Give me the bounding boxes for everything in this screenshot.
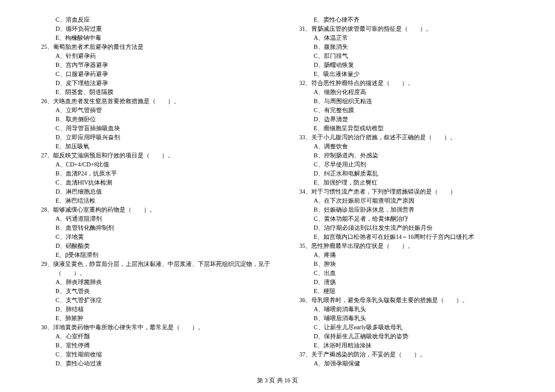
answer-option: B、肿块 <box>294 259 519 268</box>
answer-option: D、保持新生儿正确吸吮母乳的姿势 <box>294 332 519 341</box>
answer-option: C、尽早使用止泻剂 <box>294 160 519 169</box>
question-text: 31、胃肠减压管的拔管最可靠的指征是（ ）。 <box>294 24 519 33</box>
answer-option: E、如宫颈内口松弛者可在妊娠14～16周时行子宫内口缝扎术 <box>294 232 519 241</box>
answer-option: A、肺炎球菌肺炎 <box>36 277 270 286</box>
question-text: 25、葡萄胎患者术后避孕的最佳方法是 <box>36 42 270 51</box>
answer-option: A、钙通道阻滞剂 <box>36 214 270 223</box>
two-column-layout: C、溶血反应D、循环负荷过重E、枸橼酸钠中毒25、葡萄胎患者术后避孕的最佳方法是… <box>36 15 519 362</box>
answer-option: D、硝酸酯类 <box>36 241 270 250</box>
answer-option: C、支气管扩张症 <box>36 296 270 305</box>
answer-option: D、循环负荷过重 <box>36 24 270 33</box>
answer-option: B、宫内节孕器避孕 <box>36 60 270 69</box>
answer-option: D、边界清楚 <box>294 115 519 124</box>
answer-option: D、肠蠕动恢复 <box>294 60 519 69</box>
answer-option: E、阴茎套、阴道隔膜 <box>36 87 270 96</box>
answer-option: C、出血 <box>294 268 519 277</box>
answer-option: C、口服避孕药避孕 <box>36 69 270 78</box>
question-text: 29、痰液呈黄色，静置后分层，上层泡沫黏液、中层浆液、下层坏死组织沉淀物，见于 <box>36 259 270 268</box>
answer-option: E、枸橼酸钠中毒 <box>36 33 270 42</box>
answer-option: C、溶血反应 <box>36 15 270 24</box>
answer-option: E、吸出液体量少 <box>294 69 519 78</box>
answer-option: C、有完整包膜 <box>294 106 519 115</box>
answer-option: C、黄体功能不足者，给黄体酮治疗 <box>294 214 519 223</box>
question-text: 36、母乳喂养时，避免母亲乳头皲裂最主要的措施是（ ）。 <box>294 296 519 305</box>
question-text: 28、能够减缓心室重构的药物是（ ）。 <box>36 205 270 214</box>
answer-option: E、加压吸氧 <box>36 142 270 151</box>
answer-option: A、细胞分化程度高 <box>294 87 519 96</box>
answer-option: D、立即应用呼吸兴奋剂 <box>36 133 270 142</box>
answer-option: A、在下次妊娠前尽可能查明流产原因 <box>294 196 519 205</box>
question-text: 34、对于习惯性流产患者，下列护理措施错误的是（ ） <box>294 187 519 196</box>
answer-option: A、立即气管插管 <box>36 106 270 115</box>
question-text: 30、洋地黄类药物中毒所致心律失常中，最常见是（ ）。 <box>36 323 270 332</box>
question-text: 33、关于小儿腹泻的治疗措施，叙述不正确的是（ ）。 <box>294 133 519 142</box>
answer-option: E、沐浴时用精油涂抹 <box>294 341 519 350</box>
answer-option: A、心室纤颤 <box>36 332 270 341</box>
question-text: 27、能反映艾滋病预后和疗效的项目是（ ）。 <box>36 151 270 160</box>
question-text: 26、大咯血患者发生窒息首要抢救措施是（ ）。 <box>36 96 270 106</box>
answer-option: C、让新生儿尽early吸多吸吮母乳 <box>294 323 519 332</box>
answer-option: B、与周围组织无粘连 <box>294 96 519 106</box>
answer-option: C、血清HIV抗体检测 <box>36 178 270 187</box>
answer-option: E、淋巴结活检 <box>36 196 270 205</box>
question-text: 35、恶性肿瘤最早出现的症状是（ ）。 <box>294 241 519 250</box>
question-text: 37、关于产褥感染的防治，不妥的是（ ）。 <box>294 350 519 359</box>
answer-option: E、加强护理，防止臀红 <box>294 178 519 187</box>
answer-option: A、调整饮食 <box>294 142 519 151</box>
answer-option: C、洋地黄 <box>36 232 270 241</box>
answer-option: B、血清P24，抗原水平 <box>36 169 270 178</box>
answer-option: B、哺喂后消毒乳头 <box>294 314 519 323</box>
answer-option: B、控制肠道内、外感染 <box>294 151 519 160</box>
answer-option: B、支气管炎 <box>36 286 270 296</box>
answer-option: A、体温正常 <box>294 33 519 42</box>
answer-option: E、瘤细胞呈异型或幼稚型 <box>294 124 519 133</box>
answer-option: D、皮下埋植法避孕 <box>36 78 270 87</box>
answer-option: C、肛门排气 <box>294 51 519 60</box>
question-text: （ ）。 <box>36 268 270 277</box>
answer-option: C、室性期前收缩 <box>36 350 270 359</box>
answer-option: B、腹胀消失 <box>294 42 519 51</box>
answer-option: D、窦性心动过速 <box>36 359 270 368</box>
answer-option: A、哺喂前消毒乳头 <box>294 305 519 314</box>
answer-option: D、纠正水和电解质紊乱 <box>294 169 519 178</box>
answer-option: E、肺脓肿 <box>36 314 270 323</box>
question-text: 32、符合恶性肿瘤特点的描述是（ ）。 <box>294 78 519 87</box>
left-column: C、溶血反应D、循环负荷过重E、枸橼酸钠中毒25、葡萄胎患者术后避孕的最佳方法是… <box>36 15 270 362</box>
answer-option: D、淋巴细胞总值 <box>36 187 270 196</box>
answer-option: E、β受体阻滞剂 <box>36 250 270 259</box>
right-column: E、窦性心律不齐31、胃肠减压管的拔管最可靠的指征是（ ）。A、体温正常B、腹胀… <box>294 15 519 362</box>
answer-option: A、疼痛 <box>294 250 519 259</box>
answer-option: B、血管转化酶抑制剂 <box>36 223 270 232</box>
answer-option: B、室性停搏 <box>36 341 270 350</box>
answer-option: E、窦性心律不齐 <box>294 15 519 24</box>
answer-option: C、用导管盲插抽吸血块 <box>36 124 270 133</box>
answer-option: B、妊娠确诊后应卧床休息，加强营养 <box>294 205 519 214</box>
answer-option: D、肺结核 <box>36 305 270 314</box>
answer-option: A、加强孕期保健 <box>294 359 519 368</box>
answer-option: D、治疗期必须达到以往发生流产的妊娠月份 <box>294 223 519 232</box>
answer-option: D、溃疡 <box>294 277 519 286</box>
answer-option: E、梗阻 <box>294 286 519 296</box>
answer-option: A、针剂避孕药 <box>36 51 270 60</box>
answer-option: B、取患侧卧位 <box>36 115 270 124</box>
page-footer: 第 3 页 共 16 页 <box>0 376 555 385</box>
answer-option: A、CD+4/CD+8比值 <box>36 160 270 169</box>
